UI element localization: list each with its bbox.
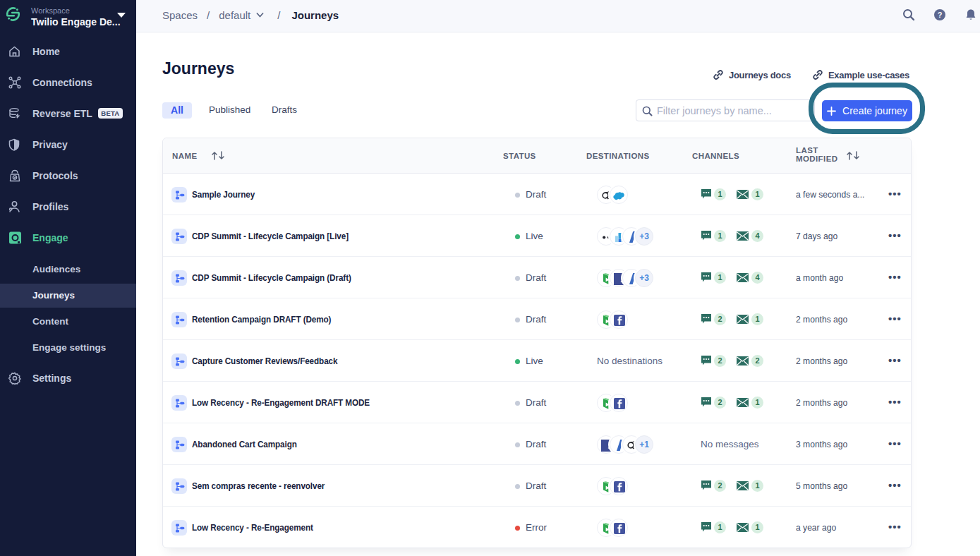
svg-text:?: ? xyxy=(938,11,943,19)
